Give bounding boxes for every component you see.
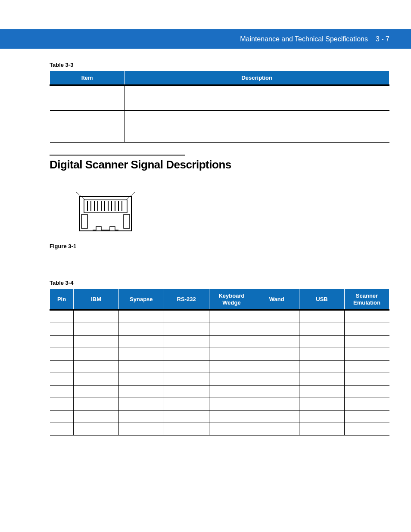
- table-row: [50, 111, 389, 123]
- section-rule: [50, 155, 185, 156]
- table-row: [50, 85, 389, 98]
- table-3-4-label: Table 3-4: [50, 280, 389, 286]
- table-3-4-col-5: Wand: [254, 289, 299, 310]
- table-3-4-col-1: IBM: [74, 289, 119, 310]
- table-row: [50, 348, 389, 361]
- svg-rect-14: [124, 215, 130, 228]
- rj-connector-icon: [75, 189, 136, 236]
- table-3-3-col-0: Item: [50, 71, 125, 85]
- table-row: [50, 398, 389, 411]
- figure-3-1: [75, 189, 136, 238]
- table-row: [50, 323, 389, 336]
- table-row: [50, 310, 389, 323]
- table-row: [50, 123, 389, 143]
- table-row: [50, 386, 389, 398]
- table-row: [50, 423, 389, 436]
- svg-rect-13: [81, 215, 87, 228]
- figure-3-1-label: Figure 3-1: [50, 243, 389, 249]
- table-3-4-col-3: RS-232: [164, 289, 209, 310]
- section-heading: Digital Scanner Signal Descriptions: [50, 158, 389, 171]
- table-3-3: ItemDescription: [50, 71, 389, 143]
- table-3-3-label: Table 3-3: [50, 62, 389, 68]
- page-content: Table 3-3 ItemDescription Digital Scanne…: [0, 49, 411, 436]
- table-3-4-col-7: ScannerEmulation: [344, 289, 389, 310]
- table-row: [50, 336, 389, 348]
- table-3-4: PinIBMSynapseRS-232KeyboardWedgeWandUSBS…: [50, 289, 389, 436]
- table-row: [50, 373, 389, 386]
- table-row: [50, 98, 389, 111]
- header-title: Maintenance and Technical Specifications: [240, 35, 368, 43]
- table-3-3-col-1: Description: [125, 71, 389, 85]
- table-3-4-col-0: Pin: [50, 289, 74, 310]
- table-3-4-col-4: KeyboardWedge: [209, 289, 254, 310]
- header-page-number: 3 - 7: [376, 35, 389, 43]
- table-3-4-col-6: USB: [299, 289, 345, 310]
- page-header: Maintenance and Technical Specifications…: [0, 29, 411, 49]
- table-row: [50, 361, 389, 373]
- table-3-4-col-2: Synapse: [118, 289, 164, 310]
- table-row: [50, 411, 389, 423]
